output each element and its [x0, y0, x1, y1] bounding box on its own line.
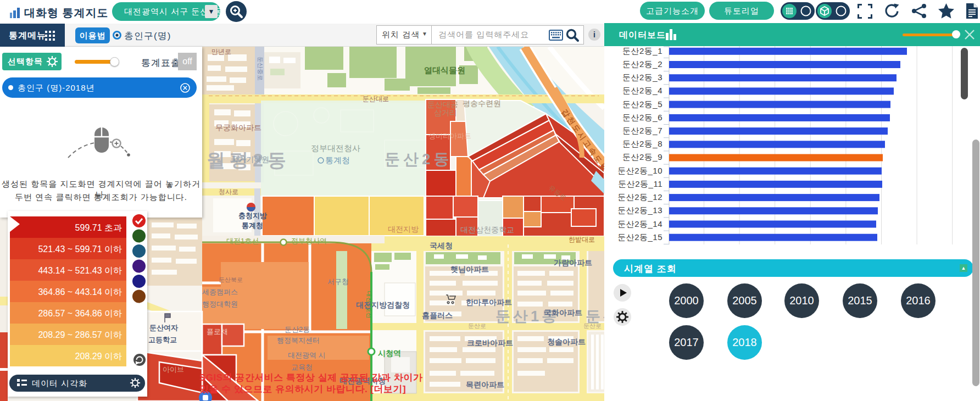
- svg-text:통계청: 통계청: [242, 221, 263, 230]
- svg-text:만년로: 만년로: [211, 48, 231, 55]
- svg-text:크로바아파트: 크로바아파트: [467, 338, 513, 347]
- svg-text:둔산2동: 둔산2동: [385, 151, 453, 168]
- svg-text:가람아파트: 가람아파트: [554, 258, 592, 267]
- svg-text:행정복지센터: 행정복지센터: [277, 336, 320, 344]
- svg-text:대전지방: 대전지방: [388, 225, 419, 233]
- svg-text:정부청사역: 정부청사역: [291, 237, 327, 245]
- svg-text:햇님아파트: 햇님아파트: [450, 265, 489, 274]
- svg-text:국가기록원: 국가기록원: [231, 155, 269, 164]
- svg-text:599.71 초과: 599.71 초과: [75, 223, 122, 232]
- svg-text:플로채: 플로채: [207, 327, 228, 336]
- svg-text:서구청: 서구청: [327, 277, 349, 286]
- svg-text:삼거리: 삼거리: [434, 108, 457, 117]
- svg-text:443.14 ~ 521.43 이하: 443.14 ~ 521.43 이하: [38, 266, 122, 275]
- svg-text:대전광역 시: 대전광역 시: [288, 351, 326, 359]
- svg-text:둔산여자: 둔산여자: [149, 324, 179, 332]
- svg-text:대전1호선: 대전1호선: [226, 237, 259, 245]
- svg-text:둔산대로: 둔산대로: [363, 95, 389, 103]
- svg-text:둔산로: 둔산로: [468, 322, 486, 329]
- svg-text:생미리아파트: 생미리아파트: [428, 132, 471, 140]
- svg-text:청솔아파트: 청솔아파트: [547, 337, 586, 346]
- svg-text:무궁화아파트: 무궁화아파트: [215, 123, 261, 132]
- svg-text:행정대학원: 행정대학원: [202, 300, 238, 308]
- svg-text:고등학교: 고등학교: [148, 336, 177, 344]
- svg-text:SGIS의 공간서비스 특정상 실제 공표된 값과 차이가: SGIS의 공간서비스 특정상 실제 공표된 값과 차이가: [199, 372, 423, 383]
- svg-text:364.86 ~ 443.14 이하: 364.86 ~ 443.14 이하: [38, 287, 122, 297]
- svg-text:둔산2동: 둔산2동: [285, 325, 310, 333]
- svg-text:대전지방검찰청: 대전지방검찰청: [356, 300, 410, 309]
- svg-text:대전삼천중학교: 대전삼천중학교: [460, 225, 514, 234]
- svg-text:521.43 ~ 599.71 이하: 521.43 ~ 599.71 이하: [38, 244, 122, 254]
- svg-text:208.29 이하: 208.29 이하: [75, 352, 122, 361]
- svg-text:홈플러스: 홈플러스: [422, 311, 453, 320]
- svg-text:둔산중로: 둔산중로: [257, 57, 264, 81]
- svg-text:세종캠퍼스: 세종캠퍼스: [202, 288, 238, 296]
- svg-text:한마루아파트: 한마루아파트: [466, 298, 512, 307]
- svg-text:충청지방: 충청지방: [238, 211, 267, 220]
- svg-text:한밭대로: 한밭대로: [569, 236, 595, 243]
- svg-text:갑천도시고속도로: 갑천도시고속도로: [560, 108, 604, 174]
- svg-text:아이브: 아이브: [163, 365, 184, 374]
- svg-text:있을 수 있으므로 유의하시기 바랍니다. [더보기]: 있을 수 있으므로 유의하시기 바랍니다. [더보기]: [199, 384, 406, 394]
- svg-text:286.57 ~ 364.86 이하: 286.57 ~ 364.86 이하: [38, 309, 122, 318]
- svg-text:통계청: 통계청: [325, 155, 350, 165]
- svg-text:교육청: 교육청: [291, 363, 313, 371]
- svg-text:청사로: 청사로: [219, 188, 238, 196]
- svg-text:열대식물원: 열대식물원: [424, 65, 465, 75]
- svg-text:정부대전청사: 정부대전청사: [311, 143, 360, 153]
- svg-text:208.29 ~ 286.57 이하: 208.29 ~ 286.57 이하: [38, 330, 122, 339]
- svg-text:시청역: 시청역: [378, 349, 401, 358]
- svg-text:평송수련원: 평송수련원: [463, 99, 501, 108]
- svg-text:둔산북로: 둔산북로: [219, 276, 243, 283]
- svg-text:목련아파트: 목련아파트: [466, 380, 504, 389]
- svg-text:둔산: 둔산: [586, 308, 604, 325]
- svg-text:국화아파트: 국화아파트: [544, 308, 582, 317]
- svg-text:국세청: 국세청: [430, 241, 453, 250]
- svg-text:둔산대공: 둔산대공: [427, 100, 458, 109]
- svg-text:유등로: 유등로: [547, 183, 567, 202]
